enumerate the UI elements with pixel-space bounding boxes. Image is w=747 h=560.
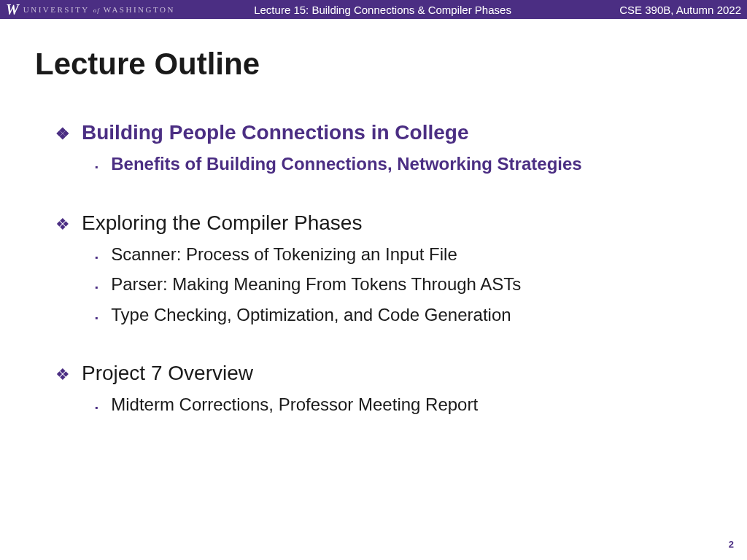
outline-subitem: ▪Type Checking, Optimization, and Code G… (95, 303, 712, 327)
outline-heading: ❖Exploring the Compiler Phases (55, 211, 712, 235)
course-label: CSE 390B, Autumn 2022 (619, 4, 741, 16)
page-title: Lecture Outline (35, 47, 712, 82)
outline-subitem-text: Type Checking, Optimization, and Code Ge… (111, 303, 511, 327)
diamond-bullet-icon: ❖ (55, 365, 70, 384)
outline-item: ❖Building People Connections in College▪… (55, 121, 712, 176)
outline-item: ❖Project 7 Overview▪Midterm Corrections,… (55, 362, 712, 417)
univ-word-of: of (93, 7, 100, 14)
uw-logo-icon: W (6, 1, 19, 18)
outline-subitem-text: Scanner: Process of Tokenizing an Input … (111, 242, 457, 267)
outline-subitem-text: Midterm Corrections, Professor Meeting R… (111, 392, 478, 417)
square-bullet-icon: ▪ (95, 402, 98, 414)
univ-word-1: UNIVERSITY (23, 5, 90, 14)
outline-heading: ❖Project 7 Overview (55, 362, 712, 385)
diamond-bullet-icon: ❖ (55, 215, 70, 234)
outline-heading-text: Building People Connections in College (82, 121, 468, 144)
square-bullet-icon: ▪ (95, 252, 98, 264)
header-bar: W UNIVERSITY of WASHINGTON Lecture 15: B… (0, 0, 747, 19)
outline-subitem: ▪Midterm Corrections, Professor Meeting … (95, 392, 712, 417)
slide-content: Lecture Outline ❖Building People Connect… (0, 19, 747, 417)
outline-subitem: ▪Scanner: Process of Tokenizing an Input… (95, 242, 712, 267)
outline-subitem: ▪Benefits of Building Connections, Netwo… (95, 152, 712, 176)
outline-sublist: ▪Midterm Corrections, Professor Meeting … (55, 392, 712, 417)
outline-subitem: ▪Parser: Making Meaning From Tokens Thro… (95, 272, 712, 297)
square-bullet-icon: ▪ (95, 312, 98, 324)
page-number: 2 (729, 539, 734, 550)
lecture-title: Lecture 15: Building Connections & Compi… (146, 4, 619, 16)
outline-heading: ❖Building People Connections in College (55, 121, 712, 144)
outline-item: ❖Exploring the Compiler Phases▪Scanner: … (55, 211, 712, 327)
square-bullet-icon: ▪ (95, 281, 98, 294)
square-bullet-icon: ▪ (95, 161, 98, 174)
outline-heading-text: Project 7 Overview (82, 362, 253, 385)
outline-sublist: ▪Scanner: Process of Tokenizing an Input… (55, 242, 712, 327)
outline-subitem-text: Benefits of Building Connections, Networ… (111, 152, 581, 176)
outline-subitem-text: Parser: Making Meaning From Tokens Throu… (111, 272, 521, 297)
outline-sublist: ▪Benefits of Building Connections, Netwo… (55, 152, 712, 176)
diamond-bullet-icon: ❖ (55, 125, 70, 144)
outline-heading-text: Exploring the Compiler Phases (82, 211, 362, 235)
outline-list: ❖Building People Connections in College▪… (35, 121, 712, 417)
